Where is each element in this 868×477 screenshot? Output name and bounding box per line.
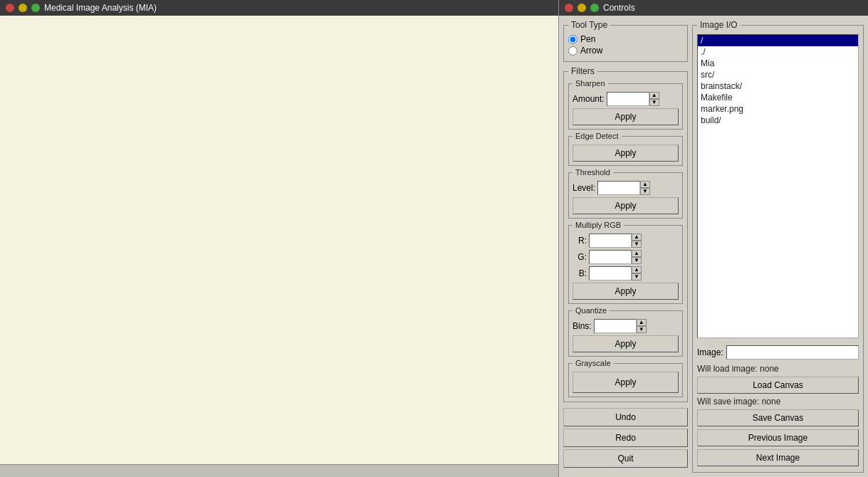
sharpen-amount-row: Amount: 1.0 ▲ ▼ [572, 92, 679, 106]
file-list-item[interactable]: build/ [698, 115, 858, 126]
file-list-item[interactable]: Mia [698, 58, 858, 69]
threshold-level-label: Level: [572, 183, 595, 193]
quantize-legend: Quantize [572, 306, 610, 315]
controls-right-panel: Image I/O /./Miasrc/brainstack/Makefilem… [692, 20, 864, 473]
quantize-group: Quantize Bins: 8 ▲ ▼ Apply [568, 306, 683, 357]
controls-min-btn[interactable] [577, 4, 586, 12]
file-list-item[interactable]: / [698, 35, 858, 46]
quantize-spin-down[interactable]: ▼ [637, 326, 647, 333]
main-min-btn[interactable] [19, 4, 27, 12]
quit-button[interactable]: Quit [563, 449, 688, 468]
controls-body: Tool Type Pen Arrow Filters Sharpen Amou [559, 16, 868, 477]
multiply-g-spin-btns: ▲ ▼ [632, 250, 642, 264]
main-statusbar [0, 464, 558, 477]
multiply-g-row: G: 1.0 ▲ ▼ [572, 250, 679, 264]
controls-left-panel: Tool Type Pen Arrow Filters Sharpen Amou [563, 20, 688, 473]
file-listbox[interactable]: /./Miasrc/brainstack/Makefilemarker.pngb… [697, 34, 859, 338]
image-field-label: Image: [697, 347, 723, 357]
quantize-apply-button[interactable]: Apply [572, 335, 679, 352]
pen-radio[interactable] [568, 35, 577, 44]
undo-button[interactable]: Undo [563, 408, 688, 426]
sharpen-apply-button[interactable]: Apply [572, 108, 679, 125]
multiply-rgb-group: Multiply RGB R: 1.0 ▲ ▼ G: [568, 221, 683, 304]
multiply-b-spin-up[interactable]: ▲ [632, 266, 642, 273]
quantize-spin-up[interactable]: ▲ [637, 319, 647, 326]
quantize-bins-input[interactable]: 8 [594, 319, 637, 333]
multiply-rgb-apply-button[interactable]: Apply [572, 283, 679, 300]
edge-detect-group: Edge Detect Apply [568, 132, 683, 166]
multiply-g-input[interactable]: 1.0 [589, 250, 632, 264]
redo-button[interactable]: Redo [563, 429, 688, 447]
threshold-spinbox: 0.5 ▲ ▼ [597, 181, 650, 195]
edge-detect-apply-button[interactable]: Apply [572, 145, 679, 162]
multiply-b-label: B: [572, 268, 587, 278]
multiply-b-input[interactable]: 1.0 [589, 266, 632, 281]
will-load-row: Will load image: none [697, 364, 859, 374]
sharpen-group: Sharpen Amount: 1.0 ▲ ▼ Apply [568, 79, 683, 130]
multiply-g-spin-down[interactable]: ▼ [632, 257, 642, 264]
grayscale-legend: Grayscale [572, 359, 614, 367]
threshold-level-input[interactable]: 0.5 [597, 181, 640, 195]
threshold-level-row: Level: 0.5 ▲ ▼ [572, 181, 679, 195]
quantize-spinbox: 8 ▲ ▼ [594, 319, 647, 333]
sharpen-spin-down[interactable]: ▼ [649, 99, 659, 106]
multiply-rgb-legend: Multiply RGB [572, 221, 624, 229]
file-list-item[interactable]: ./ [698, 46, 858, 58]
sharpen-spinbox: 1.0 ▲ ▼ [607, 92, 659, 106]
will-load-text: Will load image: none [697, 364, 779, 374]
will-save-text: Will save image: none [697, 397, 780, 407]
multiply-b-spinbox: 1.0 ▲ ▼ [589, 266, 642, 281]
image-field-row: Image: [697, 345, 859, 360]
filters-legend: Filters [568, 66, 597, 76]
controls-close-btn[interactable] [565, 4, 573, 12]
file-list-item[interactable]: brainstack/ [698, 80, 858, 92]
controls-max-btn[interactable] [590, 4, 599, 12]
multiply-r-spin-btns: ▲ ▼ [632, 234, 642, 248]
multiply-b-spin-down[interactable]: ▼ [632, 273, 642, 281]
file-list-item[interactable]: marker.png [698, 103, 858, 115]
controls-title: Controls [603, 3, 635, 13]
main-title: Medical Image Analysis (MIA) [44, 3, 157, 13]
quantize-bins-label: Bins: [572, 321, 592, 331]
multiply-r-spinbox: 1.0 ▲ ▼ [589, 234, 642, 248]
threshold-apply-button[interactable]: Apply [572, 197, 679, 214]
main-canvas [0, 16, 558, 464]
threshold-legend: Threshold [572, 168, 613, 177]
threshold-group: Threshold Level: 0.5 ▲ ▼ Apply [568, 168, 683, 219]
grayscale-apply-button[interactable]: Apply [572, 372, 679, 393]
pen-radio-row: Pen [568, 34, 683, 44]
sharpen-amount-input[interactable]: 1.0 [607, 92, 649, 106]
quantize-bins-row: Bins: 8 ▲ ▼ [572, 319, 679, 333]
arrow-radio[interactable] [568, 46, 577, 56]
multiply-b-row: B: 1.0 ▲ ▼ [572, 266, 679, 281]
threshold-spin-down[interactable]: ▼ [640, 188, 650, 195]
multiply-r-spin-down[interactable]: ▼ [632, 241, 642, 248]
tool-type-group: Tool Type Pen Arrow [563, 20, 688, 62]
edge-detect-legend: Edge Detect [572, 132, 622, 140]
main-max-btn[interactable] [31, 4, 40, 12]
sharpen-amount-label: Amount: [572, 94, 605, 104]
sharpen-spin-up[interactable]: ▲ [649, 92, 659, 99]
file-list-item[interactable]: src/ [698, 69, 858, 80]
multiply-r-input[interactable]: 1.0 [589, 234, 632, 248]
save-canvas-button[interactable]: Save Canvas [697, 409, 859, 426]
multiply-r-spin-up[interactable]: ▲ [632, 234, 642, 241]
previous-image-button[interactable]: Previous Image [697, 429, 859, 446]
tool-type-legend: Tool Type [568, 20, 610, 30]
main-close-btn[interactable] [6, 4, 14, 12]
threshold-spin-up[interactable]: ▲ [640, 181, 650, 188]
main-titlebar: Medical Image Analysis (MIA) [0, 0, 558, 16]
image-text-input[interactable] [726, 345, 859, 360]
pen-label: Pen [580, 34, 595, 44]
file-list-item[interactable]: Makefile [698, 92, 858, 103]
bottom-buttons: Undo Redo Quit [563, 408, 688, 468]
load-canvas-button[interactable]: Load Canvas [697, 377, 859, 394]
multiply-g-spin-up[interactable]: ▲ [632, 250, 642, 257]
image-io-legend: Image I/O [697, 20, 741, 30]
arrow-radio-row: Arrow [568, 46, 683, 56]
main-window: Medical Image Analysis (MIA) [0, 0, 559, 477]
sharpen-legend: Sharpen [572, 79, 608, 88]
multiply-g-spinbox: 1.0 ▲ ▼ [589, 250, 642, 264]
next-image-button[interactable]: Next Image [697, 449, 859, 466]
grayscale-group: Grayscale Apply [568, 359, 683, 397]
